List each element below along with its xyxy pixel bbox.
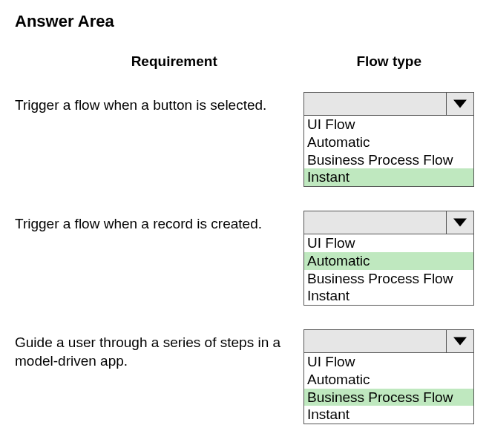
requirement-column-header: Requirement xyxy=(15,53,303,70)
flowtype-options: UI FlowAutomaticBusiness Process FlowIns… xyxy=(303,353,474,424)
question-row: Trigger a flow when a button is selected… xyxy=(15,92,474,187)
flowtype-dropdown[interactable] xyxy=(303,329,474,353)
svg-marker-1 xyxy=(453,219,467,227)
requirement-text: Trigger a flow when a record is created. xyxy=(15,211,303,234)
flowtype-option[interactable]: Business Process Flow xyxy=(304,270,473,288)
requirement-text: Guide a user through a series of steps i… xyxy=(15,329,303,370)
flowtype-cell: UI FlowAutomaticBusiness Process FlowIns… xyxy=(303,92,474,187)
flowtype-option[interactable]: Instant xyxy=(304,168,473,186)
column-headers: Requirement Flow type xyxy=(15,53,474,70)
flowtype-option[interactable]: Instant xyxy=(304,287,473,305)
question-row: Trigger a flow when a record is created.… xyxy=(15,211,474,306)
flowtype-dropdown[interactable] xyxy=(303,211,474,234)
flowtype-selected-value xyxy=(303,329,446,353)
requirement-text: Trigger a flow when a button is selected… xyxy=(15,92,303,115)
flowtype-selected-value xyxy=(303,92,446,116)
question-row: Guide a user through a series of steps i… xyxy=(15,329,474,424)
flowtype-dropdown[interactable] xyxy=(303,92,474,116)
chevron-down-icon[interactable] xyxy=(446,211,474,234)
flowtype-option[interactable]: Business Process Flow xyxy=(304,389,473,406)
flowtype-option[interactable]: UI Flow xyxy=(304,353,473,371)
flowtype-column-header: Flow type xyxy=(303,53,474,70)
flowtype-option[interactable]: Automatic xyxy=(304,371,473,389)
flowtype-option[interactable]: Instant xyxy=(304,406,473,424)
svg-marker-2 xyxy=(453,337,467,346)
flowtype-cell: UI FlowAutomaticBusiness Process FlowIns… xyxy=(303,329,474,424)
flowtype-cell: UI FlowAutomaticBusiness Process FlowIns… xyxy=(303,211,474,306)
flowtype-option[interactable]: Automatic xyxy=(304,134,473,151)
flowtype-option[interactable]: Business Process Flow xyxy=(304,151,473,169)
flowtype-options: UI FlowAutomaticBusiness Process FlowIns… xyxy=(303,234,474,306)
chevron-down-icon[interactable] xyxy=(446,329,474,353)
page-title: Answer Area xyxy=(15,12,474,31)
flowtype-option[interactable]: Automatic xyxy=(304,252,473,270)
svg-marker-0 xyxy=(453,100,467,108)
flowtype-option[interactable]: UI Flow xyxy=(304,234,473,252)
chevron-down-icon[interactable] xyxy=(446,92,474,116)
flowtype-options: UI FlowAutomaticBusiness Process FlowIns… xyxy=(303,116,474,187)
flowtype-option[interactable]: UI Flow xyxy=(304,116,473,134)
flowtype-selected-value xyxy=(303,211,446,234)
